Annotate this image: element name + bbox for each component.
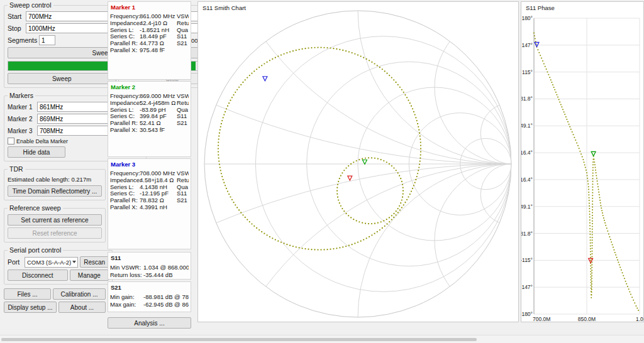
- disconnect-button[interactable]: Disconnect: [8, 270, 68, 281]
- marker-field-value: 861.000 MHz: [140, 13, 177, 20]
- marker-field-value: 4.1438 nH: [140, 184, 177, 191]
- smith-chart-title: S11 Smith Chart: [203, 4, 246, 11]
- files-calibration-row: Files ... Calibration ...: [4, 288, 106, 300]
- s11-info-title: S11: [111, 254, 189, 261]
- phase-y-tick: 16.4°: [521, 150, 533, 156]
- phase-y-tick: 180°: [521, 15, 533, 21]
- set-reference-row: Set current as reference: [8, 214, 102, 226]
- markers-title: Markers: [8, 92, 35, 99]
- left-sidebar: Sweep control Start Center Stop Span Seg…: [4, 1, 106, 313]
- phase-y-tick: -180°: [521, 311, 533, 317]
- marker-field-value: 44.773 Ω: [140, 40, 177, 47]
- phase-chart-canvas[interactable]: 180°147°115°81.8°49.1°16.4°-16.4°-49.1°-…: [521, 2, 644, 322]
- marker-panels: Marker 1Frequency:861.000 MHzVSWImpedanc…: [108, 1, 191, 249]
- marker-panel-title: Marker 3: [111, 161, 189, 168]
- phase-y-tick: -16.4°: [521, 177, 533, 183]
- reference-sweep-group: Reference sweep Set current as reference…: [4, 204, 106, 242]
- marker-field-label: Impedance:: [110, 100, 140, 107]
- set-reference-button[interactable]: Set current as reference: [8, 214, 102, 226]
- reset-reference-button: Reset reference: [8, 227, 102, 239]
- smith-chart-canvas[interactable]: [198, 2, 518, 322]
- s11-info-panel: S11 Min VSWR: 1.034 @ 868.000MHz Return …: [108, 252, 191, 280]
- return-loss-label: Return loss:: [110, 271, 143, 279]
- min-gain-label: Min gain:: [110, 293, 143, 301]
- marker-field-value: 78.832 Ω: [140, 197, 177, 204]
- marker-2-label: Marker 2: [8, 116, 35, 122]
- marker-data-column: Marker 1Frequency:861.000 MHzVSWImpedanc…: [108, 1, 191, 328]
- phase-chart-marker-marker-2: [591, 151, 596, 156]
- phase-y-tick: 81.8°: [521, 95, 533, 102]
- files-button[interactable]: Files ...: [4, 288, 51, 300]
- marker-data-row: Impedance:42.4-j10 ΩRetu: [110, 20, 189, 27]
- rescan-button[interactable]: Rescan: [80, 256, 109, 268]
- about-button[interactable]: About ...: [58, 302, 106, 313]
- manage-button[interactable]: Manage: [70, 270, 109, 281]
- s21-max-gain-row: Max gain: -62.945 dB @ 863.000MHz: [110, 301, 189, 308]
- cable-length-text: Estimated cable length: 0.217m: [8, 176, 102, 183]
- marker-2-data-panel: Marker 2Frequency:869.000 MHzVSWImpedanc…: [108, 81, 191, 157]
- tdr-title: TDR: [8, 165, 25, 173]
- marker-data-row: Impedance:52.4-j458m ΩRetu: [110, 100, 189, 107]
- marker-field-extra: Retu: [177, 20, 189, 27]
- marker-field-extra: S11: [177, 33, 189, 40]
- min-vswr-value: 1.034 @ 868.000MHz: [143, 264, 189, 271]
- marker-field-extra: S11: [177, 113, 189, 120]
- marker-field-extra: VSW: [177, 13, 189, 20]
- min-vswr-label: Min VSWR:: [110, 264, 143, 271]
- s21-info-title: S21: [111, 284, 189, 291]
- s11-min-vswr-row: Min VSWR: 1.034 @ 868.000MHz: [110, 264, 189, 271]
- hide-data-button[interactable]: Hide data: [8, 146, 65, 158]
- marker-field-label: Parallel X:: [110, 47, 140, 54]
- smith-chart-marker-marker-3: [263, 77, 267, 81]
- marker-field-extra: [177, 47, 189, 54]
- horizontal-scrollbar-thumb[interactable]: [1, 338, 477, 341]
- phase-x-tick: 700.0M: [533, 316, 550, 322]
- chevron-down-icon: [72, 261, 76, 263]
- min-gain-value: -88.981 dB @ 783.000MHz: [143, 293, 189, 301]
- max-gain-value: -62.945 dB @ 863.000MHz: [143, 301, 189, 308]
- phase-chart-title: S11 Phase: [526, 4, 555, 11]
- max-gain-label: Max gain:: [110, 301, 143, 308]
- marker-field-extra: VSW: [177, 93, 189, 100]
- start-label: Start: [8, 13, 24, 20]
- marker-field-extra: S21: [177, 40, 189, 47]
- connect-row: Disconnect Manage: [8, 270, 109, 281]
- analysis-button[interactable]: Analysis ...: [108, 317, 191, 329]
- smith-chart-marker-marker-2: [362, 160, 367, 164]
- calibration-button[interactable]: Calibration ...: [53, 288, 106, 300]
- sweep-button[interactable]: Sweep: [8, 73, 116, 84]
- marker-3-label: Marker 3: [8, 128, 35, 134]
- phase-y-tick: 147°: [521, 42, 533, 48]
- smith-grid: [198, 2, 518, 322]
- marker-panel-title: Marker 1: [111, 4, 189, 11]
- marker-data-row: Impedance:4.58+j18.4 ΩRetu: [110, 177, 189, 184]
- marker-data-row: Parallel X:4.3991 nH: [110, 204, 189, 211]
- segments-input[interactable]: [39, 35, 55, 45]
- marker-data-row: Parallel X:30.543 fF: [110, 127, 189, 134]
- marker-1-data-panel: Marker 1Frequency:861.000 MHzVSWImpedanc…: [108, 1, 191, 80]
- marker-field-extra: S21: [177, 197, 189, 204]
- port-row: Port COM3 (S-A-A-2) Rescan: [8, 256, 109, 268]
- marker-field-value: 4.3991 nH: [140, 204, 177, 211]
- display-setup-button[interactable]: Display setup ...: [4, 302, 57, 313]
- marker-3-data-panel: Marker 3Frequency:708.000 MHzVSWImpedanc…: [108, 158, 191, 249]
- marker-field-value: 30.543 fF: [140, 127, 177, 134]
- s11-smith-chart-panel[interactable]: S11 Smith Chart: [197, 1, 519, 322]
- marker-field-extra: Qua: [177, 27, 189, 34]
- marker-field-value: 52.4-j458m Ω: [140, 100, 177, 107]
- phase-x-tick: 850.0M: [578, 316, 596, 322]
- display-about-row: Display setup ... About ...: [4, 302, 106, 313]
- horizontal-scrollbar[interactable]: [0, 335, 644, 343]
- enable-delta-marker-checkbox[interactable]: [8, 138, 14, 144]
- phase-grid: 180°147°115°81.8°49.1°16.4°-16.4°-49.1°-…: [521, 15, 644, 322]
- marker-field-value: -1.8521 nH: [140, 27, 177, 34]
- stop-label: Stop: [8, 24, 24, 32]
- port-select[interactable]: COM3 (S-A-A-2): [25, 257, 78, 268]
- smith-chart-marker-marker-1: [348, 176, 352, 180]
- s11-phase-chart-panel[interactable]: S11 Phase 180°147°115°81.8°49.1°16.4°-16…: [521, 1, 644, 322]
- marker-field-value: -12.195 pF: [140, 190, 177, 197]
- marker-field-label: Parallel X:: [110, 204, 140, 211]
- start-input[interactable]: [26, 11, 114, 21]
- tdr-button[interactable]: Time Domain Reflectometry ...: [8, 185, 102, 197]
- stop-input[interactable]: [26, 23, 114, 33]
